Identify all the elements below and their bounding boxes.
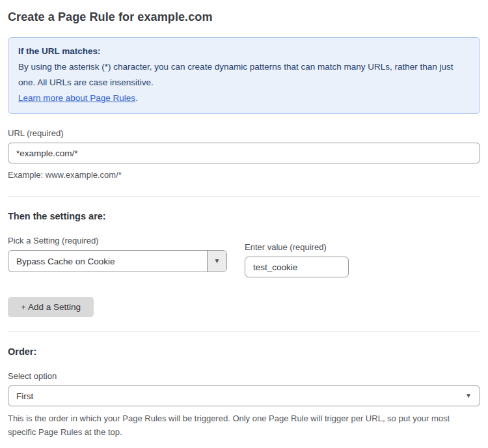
order-select-label: Select option (8, 371, 480, 381)
enter-value-label: Enter value (required) (245, 242, 349, 252)
url-label: URL (required) (8, 128, 480, 138)
info-box-heading: If the URL matches: (18, 44, 470, 59)
settings-row: Pick a Setting (required) Bypass Cache o… (8, 236, 480, 277)
page-title: Create a Page Rule for example.com (8, 10, 480, 24)
order-section: Order: Select option First ▼ This is the… (8, 346, 480, 439)
order-help-text: This is the order in which your Page Rul… (8, 412, 463, 439)
divider (8, 331, 480, 332)
order-heading: Order: (8, 346, 480, 357)
pick-setting-selected-value: Bypass Cache on Cookie (8, 251, 207, 272)
pick-setting-dropdown-button[interactable]: ▼ (207, 251, 226, 272)
add-setting-button[interactable]: + Add a Setting (8, 297, 94, 317)
pick-setting-column: Pick a Setting (required) Bypass Cache o… (8, 236, 227, 272)
url-example-text: Example: www.example.com/* (8, 168, 480, 182)
url-input[interactable] (8, 143, 480, 163)
pick-setting-label: Pick a Setting (required) (8, 236, 227, 245)
info-box-link-line: Learn more about Page Rules. (18, 91, 470, 106)
create-page-rule-form: Create a Page Rule for example.com If th… (0, 0, 488, 448)
settings-section: Then the settings are: Pick a Setting (r… (8, 211, 480, 317)
url-matches-info-box: If the URL matches: By using the asteris… (8, 37, 480, 114)
learn-more-link[interactable]: Learn more about Page Rules (18, 93, 135, 103)
setting-value-input[interactable] (245, 257, 349, 277)
order-selected-value: First (16, 391, 33, 401)
order-select[interactable]: First ▼ (8, 385, 480, 406)
chevron-down-icon: ▼ (214, 258, 221, 264)
enter-value-column: Enter value (required) (245, 242, 349, 277)
chevron-down-icon: ▼ (465, 393, 472, 399)
pick-setting-select[interactable]: Bypass Cache on Cookie ▼ (8, 250, 227, 272)
settings-heading: Then the settings are: (8, 211, 480, 221)
url-section: URL (required) Example: www.example.com/… (8, 128, 480, 182)
link-suffix: . (135, 93, 138, 103)
divider (8, 196, 480, 197)
info-box-body: By using the asterisk (*) character, you… (18, 59, 470, 91)
